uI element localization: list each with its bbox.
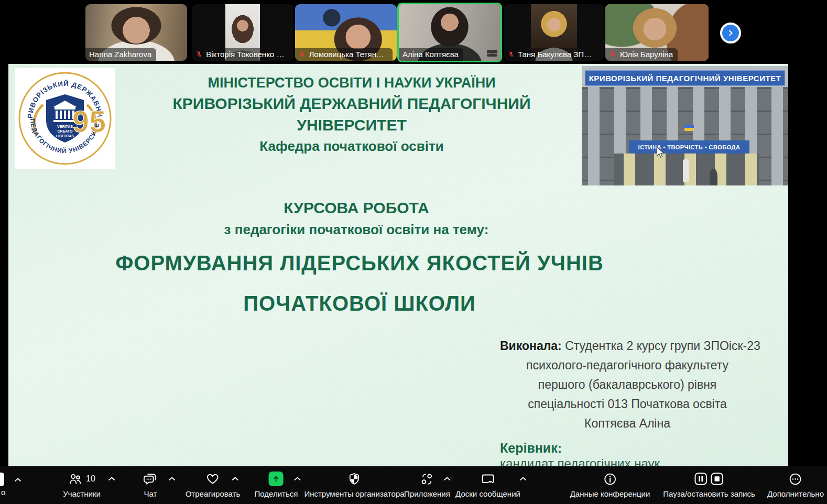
- info-icon: [603, 472, 617, 486]
- author-line-1: Виконала: Студентка 2 курсу групи ЗПОіск…: [500, 336, 755, 356]
- host-tools-label: Инструменты организатора: [304, 489, 404, 498]
- stop-recording-icon[interactable]: [710, 472, 725, 486]
- emblem-95-text: 95: [72, 104, 106, 138]
- participant-name-tag: Юлія Баруліна: [605, 48, 678, 61]
- muted-mic-icon: [299, 50, 306, 58]
- participants-count: 10: [86, 474, 95, 484]
- work-subject: з педагогіки початкової освіти на тему:: [121, 220, 592, 239]
- ukraine-flag: [684, 125, 694, 131]
- ministry-line: МІНІСТЕРСТВО ОСВІТИ І НАУКИ УКРАЇНИ: [116, 73, 587, 93]
- chevron-right-icon: [726, 29, 735, 37]
- university-building-photo: КРИВОРІЗЬКИЙ ПЕДАГОГІЧНИЙ УНІВЕРСИТЕТ ІС…: [582, 66, 788, 185]
- thesis-title-line2: ПОЧАТКОВОЇ ШКОЛИ: [97, 292, 622, 315]
- muted-mic-icon: [508, 50, 515, 58]
- chat-label: Чат: [144, 489, 157, 498]
- muted-mic-icon: [195, 50, 203, 58]
- meeting-toolbar: о 10 Участники Чат: [0, 466, 827, 504]
- author-label: Виконала:: [500, 339, 562, 353]
- participants-icon: [68, 472, 82, 486]
- participant-name-tag: Вікторія Токовенко З…: [192, 48, 289, 61]
- emblem-motto-1: VERITAS: [57, 125, 73, 128]
- participant-name-tag: Hanna Zakharova: [85, 48, 156, 61]
- meeting-info-label: Данные конференции: [570, 489, 650, 498]
- chat-icon: [143, 472, 158, 486]
- chevron-up-icon[interactable]: [168, 476, 176, 481]
- university-emblem-graphic: КРИВОРІЗЬКИЙ ДЕРЖАВНИЙ ПЕДАГОГІЧНИЙ УНІВ…: [15, 68, 115, 169]
- chevron-up-icon[interactable]: [519, 476, 527, 481]
- whiteboard-icon: [481, 472, 495, 486]
- participant-name-tag: Аліна Коптяєва: [399, 48, 463, 61]
- react-label: Отреагировать: [186, 489, 241, 498]
- participant-name-tag: Ломовицька Тетяна О…: [295, 48, 393, 61]
- participant-name: Hanna Zakharova: [89, 50, 151, 59]
- university-line: КРИВОРІЗЬКИЙ ДЕРЖАВНИЙ ПЕДАГОГІЧНИЙ УНІВ…: [116, 93, 587, 136]
- chevron-up-icon[interactable]: [232, 476, 239, 481]
- meeting-info-button[interactable]: Данные конференции: [570, 471, 650, 498]
- chevron-up-icon[interactable]: [443, 476, 451, 481]
- university-logo: КРИВОРІЗЬКИЙ ДЕРЖАВНИЙ ПЕДАГОГІЧНИЙ УНІВ…: [15, 68, 115, 169]
- emblem-motto-2: CREATO: [58, 129, 73, 133]
- apps-icon: [420, 472, 434, 486]
- participant-tile-viktoriia[interactable]: Вікторія Токовенко З…: [192, 4, 293, 61]
- emblem-motto-3: LIBERTAS: [56, 134, 74, 138]
- pedestrian-silhouette: [710, 169, 717, 185]
- building-statue: [683, 159, 689, 182]
- chat-button[interactable]: Чат: [143, 471, 158, 498]
- more-label: Дополнительно: [767, 489, 824, 498]
- participant-tile-lomovytska[interactable]: Ломовицька Тетяна О…: [295, 4, 397, 61]
- video-filmstrip: Hanna Zakharova Вікторія Токовенко З… Ло…: [0, 0, 827, 64]
- building-top-banner: КРИВОРІЗЬКИЙ ПЕДАГОГІЧНИЙ УНІВЕРСИТЕТ: [585, 70, 785, 86]
- slide-header: МІНІСТЕРСТВО ОСВІТИ І НАУКИ УКРАЇНИ КРИВ…: [116, 73, 587, 157]
- author-line-1-rest: Студентка 2 курсу групи ЗПОіск-23: [565, 339, 760, 353]
- video-button-partial[interactable]: [0, 473, 4, 486]
- author-line-2: психолого-педагогічного факультету: [500, 356, 755, 375]
- mouse-cursor: [655, 147, 666, 158]
- work-type-block: КУРСОВА РОБОТА з педагогіки початкової о…: [121, 198, 592, 239]
- author-line-3: першого (бакалаврського) рівня: [500, 375, 755, 395]
- participant-tile-alina-active-speaker[interactable]: Аліна Коптяєва: [397, 3, 502, 62]
- network-stats-indicator: [487, 50, 497, 57]
- participant-name: Ломовицька Тетяна О…: [309, 50, 388, 59]
- thesis-title-line1: ФОРМУВАННЯ ЛІДЕРСЬКИХ ЯКОСТЕЙ УЧНІВ: [97, 251, 622, 275]
- share-screen-button[interactable]: Поделиться: [255, 471, 298, 498]
- shield-icon: [347, 472, 362, 486]
- participant-name: Аліна Коптяєва: [402, 50, 459, 59]
- chevron-up-icon[interactable]: [14, 477, 21, 482]
- next-participants-page-button[interactable]: [720, 23, 741, 43]
- work-type: КУРСОВА РОБОТА: [121, 198, 592, 218]
- author-block: Виконала: Студентка 2 курсу групи ЗПОіск…: [500, 336, 755, 466]
- whiteboards-label: Доски сообщений: [455, 489, 520, 498]
- pause-recording-icon[interactable]: [694, 472, 709, 486]
- pause-stop-recording-label: Пауза/остановить запись: [663, 489, 755, 498]
- participant-name: Вікторія Токовенко З…: [206, 50, 285, 59]
- supervisor-label: Керівник:: [500, 440, 755, 456]
- author-line-4: спеціальності 013 Початкова освіта: [500, 395, 755, 414]
- heart-icon: [205, 472, 220, 486]
- chevron-up-icon[interactable]: [108, 476, 115, 481]
- share-screen-icon: [269, 472, 284, 486]
- share-screen-label: Поделиться: [255, 489, 298, 498]
- apps-button[interactable]: Приложения: [404, 471, 450, 498]
- author-line-5: Коптяєва Аліна: [500, 414, 755, 433]
- video-button-partial-label: о: [1, 488, 5, 497]
- participant-tile-tania[interactable]: Таня Бакулєва ЗПОіск…: [504, 4, 604, 61]
- whiteboards-button[interactable]: Доски сообщений: [455, 471, 520, 498]
- participant-tile-hanna[interactable]: Hanna Zakharova: [85, 4, 187, 61]
- host-tools-button[interactable]: Инструменты организатора: [304, 471, 404, 498]
- react-button[interactable]: Отреагировать: [186, 471, 241, 498]
- department-line: Кафедра початкової освіти: [116, 136, 587, 157]
- participants-label: Участники: [63, 489, 101, 498]
- shared-screen-slide: КРИВОРІЗЬКИЙ ДЕРЖАВНИЙ ПЕДАГОГІЧНИЙ УНІВ…: [8, 64, 788, 466]
- chevron-up-icon[interactable]: [294, 476, 301, 481]
- participant-name-tag: Таня Бакулєва ЗПОіск…: [504, 48, 600, 61]
- participants-button[interactable]: 10 Участники: [63, 471, 101, 498]
- pause-stop-recording-button[interactable]: Пауза/остановить запись: [663, 471, 755, 498]
- building-slogan-banner: ІСТИНА • ТВОРЧІСТЬ • СВОБОДА: [629, 140, 749, 154]
- participant-name: Юлія Баруліна: [620, 50, 673, 59]
- participant-tile-yuliia[interactable]: Юлія Баруліна: [605, 4, 709, 61]
- muted-mic-icon: [609, 50, 617, 58]
- supervisor-line: кандидат педагогічних наук: [500, 456, 755, 466]
- more-button[interactable]: Дополнительно: [767, 471, 824, 498]
- thesis-title: ФОРМУВАННЯ ЛІДЕРСЬКИХ ЯКОСТЕЙ УЧНІВ ПОЧА…: [97, 251, 622, 315]
- apps-label: Приложения: [404, 489, 450, 498]
